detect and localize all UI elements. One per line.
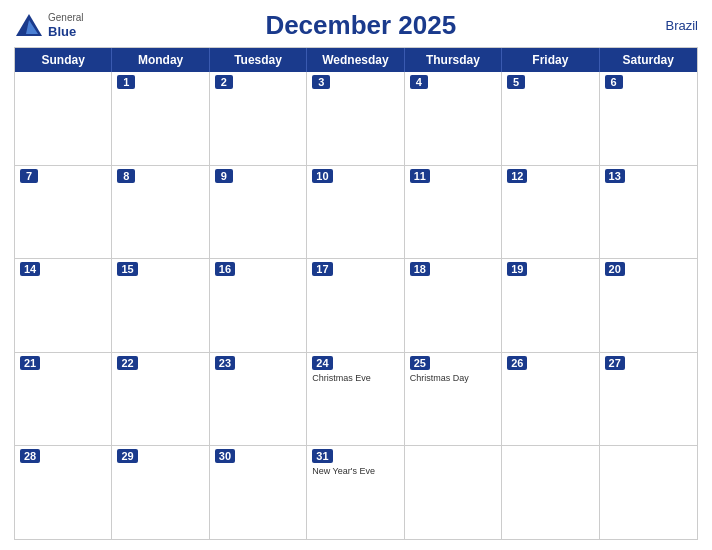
day-number: 2 <box>215 75 233 89</box>
header-sunday: Sunday <box>15 48 112 72</box>
header-monday: Monday <box>112 48 209 72</box>
day-number: 29 <box>117 449 137 463</box>
day-cell: 1 <box>112 72 209 165</box>
day-number: 9 <box>215 169 233 183</box>
day-cell <box>600 446 697 539</box>
header-wednesday: Wednesday <box>307 48 404 72</box>
day-cell: 11 <box>405 166 502 259</box>
day-cell: 30 <box>210 446 307 539</box>
day-number: 13 <box>605 169 625 183</box>
day-cell: 15 <box>112 259 209 352</box>
day-number: 11 <box>410 169 430 183</box>
day-number: 14 <box>20 262 40 276</box>
day-cell: 7 <box>15 166 112 259</box>
country-label: Brazil <box>638 18 698 33</box>
weeks-container: 123456789101112131415161718192021222324C… <box>15 72 697 539</box>
day-number: 6 <box>605 75 623 89</box>
header: General Blue December 2025 Brazil <box>14 10 698 41</box>
day-number: 7 <box>20 169 38 183</box>
calendar-page: General Blue December 2025 Brazil Sunday… <box>0 0 712 550</box>
week-row-4: 21222324Christmas Eve25Christmas Day2627 <box>15 353 697 447</box>
day-cell: 6 <box>600 72 697 165</box>
event-label: Christmas Eve <box>312 373 398 383</box>
day-cell: 5 <box>502 72 599 165</box>
day-cell: 12 <box>502 166 599 259</box>
day-number: 3 <box>312 75 330 89</box>
day-cell: 21 <box>15 353 112 446</box>
day-number: 1 <box>117 75 135 89</box>
day-number: 19 <box>507 262 527 276</box>
day-cell: 28 <box>15 446 112 539</box>
week-row-2: 78910111213 <box>15 166 697 260</box>
day-number: 12 <box>507 169 527 183</box>
day-cell: 9 <box>210 166 307 259</box>
logo-general-text: General <box>48 12 84 24</box>
day-number: 20 <box>605 262 625 276</box>
day-number: 21 <box>20 356 40 370</box>
day-cell <box>15 72 112 165</box>
day-number: 22 <box>117 356 137 370</box>
day-number: 8 <box>117 169 135 183</box>
logo-blue-text: Blue <box>48 24 84 40</box>
day-number: 30 <box>215 449 235 463</box>
day-cell: 22 <box>112 353 209 446</box>
header-thursday: Thursday <box>405 48 502 72</box>
header-tuesday: Tuesday <box>210 48 307 72</box>
day-cell: 18 <box>405 259 502 352</box>
day-cell: 27 <box>600 353 697 446</box>
event-label: Christmas Day <box>410 373 496 383</box>
day-cell: 24Christmas Eve <box>307 353 404 446</box>
logo: General Blue <box>14 12 84 40</box>
day-cell: 29 <box>112 446 209 539</box>
day-number: 26 <box>507 356 527 370</box>
day-number: 16 <box>215 262 235 276</box>
day-number: 18 <box>410 262 430 276</box>
day-number: 5 <box>507 75 525 89</box>
day-cell <box>502 446 599 539</box>
page-title: December 2025 <box>84 10 638 41</box>
day-cell: 23 <box>210 353 307 446</box>
day-cell: 31New Year's Eve <box>307 446 404 539</box>
day-cell: 8 <box>112 166 209 259</box>
day-number: 10 <box>312 169 332 183</box>
day-cell: 20 <box>600 259 697 352</box>
header-saturday: Saturday <box>600 48 697 72</box>
day-number: 28 <box>20 449 40 463</box>
day-number: 15 <box>117 262 137 276</box>
day-cell: 26 <box>502 353 599 446</box>
day-cell: 14 <box>15 259 112 352</box>
day-number: 31 <box>312 449 332 463</box>
day-cell: 4 <box>405 72 502 165</box>
event-label: New Year's Eve <box>312 466 398 476</box>
day-headers-row: Sunday Monday Tuesday Wednesday Thursday… <box>15 48 697 72</box>
day-number: 24 <box>312 356 332 370</box>
day-number: 23 <box>215 356 235 370</box>
day-cell: 13 <box>600 166 697 259</box>
day-cell: 3 <box>307 72 404 165</box>
day-number: 17 <box>312 262 332 276</box>
calendar: Sunday Monday Tuesday Wednesday Thursday… <box>14 47 698 540</box>
header-friday: Friday <box>502 48 599 72</box>
day-cell: 10 <box>307 166 404 259</box>
week-row-3: 14151617181920 <box>15 259 697 353</box>
day-cell: 25Christmas Day <box>405 353 502 446</box>
logo-icon <box>14 12 44 40</box>
day-cell: 2 <box>210 72 307 165</box>
day-cell: 19 <box>502 259 599 352</box>
week-row-5: 28293031New Year's Eve <box>15 446 697 539</box>
week-row-1: 123456 <box>15 72 697 166</box>
day-cell <box>405 446 502 539</box>
day-number: 27 <box>605 356 625 370</box>
day-number: 4 <box>410 75 428 89</box>
day-cell: 16 <box>210 259 307 352</box>
day-number: 25 <box>410 356 430 370</box>
day-cell: 17 <box>307 259 404 352</box>
